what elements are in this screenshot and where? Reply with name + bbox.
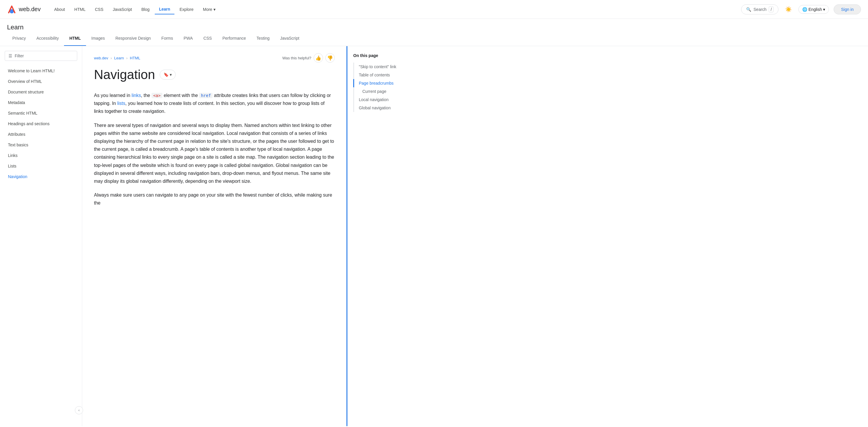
nav-javascript[interactable]: JavaScript [108, 5, 136, 14]
toc-global-navigation[interactable]: Global navigation [353, 104, 417, 112]
nav-css[interactable]: CSS [91, 5, 107, 14]
nav-links: About HTML CSS JavaScript Blog Learn Exp… [50, 4, 741, 15]
sidebar-item-semantic-html[interactable]: Semantic HTML [0, 108, 82, 118]
tab-html[interactable]: HTML [64, 31, 86, 46]
page-title: Navigation [94, 67, 155, 82]
tab-images[interactable]: Images [86, 31, 110, 46]
content-area: web.dev › Learn › HTML Was this helpful?… [82, 46, 346, 426]
nav-html[interactable]: HTML [70, 5, 90, 14]
breadcrumb-sep-1: › [111, 56, 112, 60]
sidebar-item-links[interactable]: Links [0, 150, 82, 161]
sidebar-item-overview[interactable]: Overview of HTML [0, 76, 82, 87]
bookmark-icon: 🔖 [163, 72, 168, 77]
nav-more[interactable]: More ▾ [199, 5, 220, 14]
toc-table-of-contents[interactable]: Table of contents [353, 71, 417, 79]
lists-link[interactable]: lists [117, 101, 125, 106]
breadcrumb-html[interactable]: HTML [130, 56, 140, 60]
thumbs-up-button[interactable]: 👍 [314, 53, 323, 63]
search-bar[interactable]: 🔍 Search / [741, 4, 778, 15]
search-icon: 🔍 [746, 7, 751, 12]
language-selector[interactable]: 🌐 English ▾ [798, 5, 829, 14]
filter-bar[interactable]: ☰ Filter [5, 51, 77, 61]
tab-css[interactable]: CSS [198, 31, 217, 46]
article-paragraph-1: As you learned in links, the <a> element… [94, 91, 335, 115]
tab-forms[interactable]: Forms [156, 31, 179, 46]
toc-local-navigation[interactable]: Local navigation [353, 95, 417, 104]
tab-accessibility[interactable]: Accessibility [31, 31, 64, 46]
article-paragraph-2: There are several types of navigation an… [94, 121, 335, 186]
tab-testing[interactable]: Testing [251, 31, 275, 46]
breadcrumb: web.dev › Learn › HTML Was this helpful?… [94, 46, 335, 67]
tab-privacy[interactable]: Privacy [7, 31, 31, 46]
filter-icon: ☰ [8, 54, 12, 58]
breadcrumb-webdev[interactable]: web.dev [94, 56, 108, 60]
nav-explore[interactable]: Explore [176, 5, 197, 14]
nav-learn[interactable]: Learn [155, 4, 174, 15]
tab-javascript[interactable]: JavaScript [275, 31, 305, 46]
href-code: href [199, 93, 213, 98]
chevron-down-icon: ▾ [214, 7, 216, 12]
sidebar-item-welcome[interactable]: Welcome to Learn HTML! [0, 65, 82, 76]
filter-label: Filter [15, 54, 24, 58]
nav-blog[interactable]: Blog [137, 5, 154, 14]
breadcrumb-learn[interactable]: Learn [114, 56, 124, 60]
language-label: English [808, 7, 822, 12]
tab-pwa[interactable]: PWA [178, 31, 198, 46]
search-label: Search [753, 7, 766, 12]
search-shortcut: / [769, 6, 773, 12]
nav-right: 🔍 Search / ☀️ 🌐 English ▾ Sign in [741, 4, 861, 15]
sign-in-button[interactable]: Sign in [834, 4, 861, 15]
logo-icon [7, 5, 17, 14]
a-code: <a> [152, 93, 162, 98]
nav-about[interactable]: About [50, 5, 69, 14]
sidebar-item-document-structure[interactable]: Document structure [0, 87, 82, 97]
sidebar-item-headings[interactable]: Headings and sections [0, 118, 82, 129]
helpful-area: Was this helpful? 👍 👎 [282, 53, 335, 63]
bookmark-button[interactable]: 🔖 ▾ [160, 69, 176, 80]
sidebar-item-text-basics[interactable]: Text basics [0, 140, 82, 150]
thumbs-down-button[interactable]: 👎 [326, 53, 335, 63]
logo-link[interactable]: web.dev [7, 5, 41, 14]
theme-toggle-button[interactable]: ☀️ [783, 4, 794, 15]
main-layout: ☰ Filter Welcome to Learn HTML! Overview… [0, 46, 868, 426]
sidebar-item-metadata[interactable]: Metadata [0, 97, 82, 108]
helpful-label: Was this helpful? [282, 56, 311, 60]
chevron-down-icon: ▾ [823, 7, 825, 12]
tab-performance[interactable]: Performance [217, 31, 251, 46]
learn-header: Learn [0, 19, 868, 31]
sidebar-item-navigation[interactable]: Navigation [0, 171, 82, 182]
toc-panel: On this page "Skip to content" link Tabl… [346, 46, 423, 426]
sidebar: ☰ Filter Welcome to Learn HTML! Overview… [0, 46, 82, 426]
learn-title: Learn [7, 24, 861, 31]
tabs-bar: Privacy Accessibility HTML Images Respon… [0, 31, 868, 46]
tab-responsive-design[interactable]: Responsive Design [110, 31, 156, 46]
toc-title: On this page [353, 53, 417, 58]
article-body: As you learned in links, the <a> element… [94, 91, 335, 207]
links-link[interactable]: links [131, 93, 141, 98]
toc-current-page[interactable]: Current page [353, 87, 417, 95]
bookmark-chevron: ▾ [170, 72, 172, 77]
toc-skip-to-content[interactable]: "Skip to content" link [353, 63, 417, 71]
article-paragraph-3: Always make sure users can navigate to a… [94, 191, 335, 207]
logo-text: web.dev [19, 6, 41, 12]
globe-icon: 🌐 [802, 7, 807, 12]
sidebar-item-attributes[interactable]: Attributes [0, 129, 82, 140]
top-navigation: web.dev About HTML CSS JavaScript Blog L… [0, 0, 868, 19]
toc-page-breadcrumbs[interactable]: Page breadcrumbs [353, 79, 417, 87]
breadcrumb-sep-2: › [126, 56, 127, 60]
sidebar-item-lists[interactable]: Lists [0, 161, 82, 171]
sidebar-collapse-button[interactable]: ‹ [75, 406, 83, 415]
page-title-area: Navigation 🔖 ▾ [94, 67, 335, 82]
